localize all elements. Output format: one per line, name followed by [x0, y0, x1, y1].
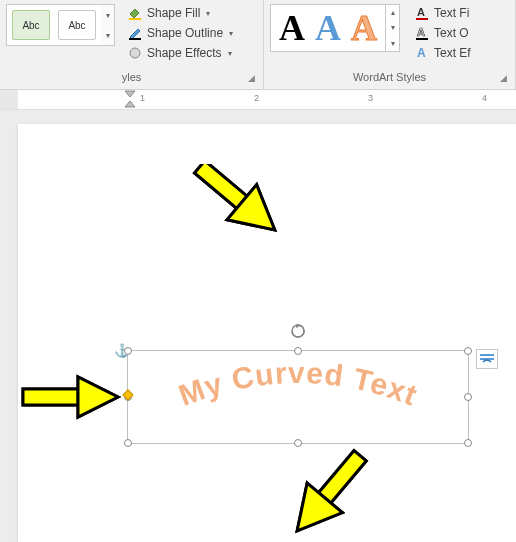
svg-rect-15 — [195, 164, 247, 208]
text-effects-button[interactable]: A Text Ef — [412, 44, 473, 62]
svg-rect-6 — [416, 38, 428, 40]
pencil-icon — [127, 25, 143, 41]
wordart-preset-3[interactable]: A — [349, 10, 379, 46]
layout-options-button[interactable] — [476, 349, 498, 369]
shape-sample-text: Abc — [22, 20, 39, 31]
text-outline-label: Text O — [434, 26, 469, 40]
resize-handle-bl[interactable] — [124, 439, 132, 447]
svg-rect-19 — [319, 451, 367, 503]
shape-style-preset-1[interactable]: Abc — [9, 7, 53, 43]
svg-text:A: A — [417, 46, 426, 60]
shape-styles-group: Abc Abc ▾▾ Shape Fill▾ Shape Outline▾ — [0, 0, 264, 89]
resize-handle-tl[interactable] — [124, 347, 132, 355]
ruler-number: 1 — [140, 93, 145, 103]
ruler-number: 4 — [482, 93, 487, 103]
text-fill-label: Text Fi — [434, 6, 469, 20]
ruler-number: 3 — [368, 93, 373, 103]
wordart-gallery-more[interactable]: ▴▾▾ — [385, 5, 399, 51]
shape-styles-group-label: yles ◢ — [6, 69, 257, 85]
tab-indent-marker[interactable] — [124, 89, 136, 111]
layout-options-icon — [479, 352, 495, 366]
text-effects-icon: A — [414, 45, 430, 61]
svg-marker-9 — [125, 101, 135, 107]
resize-handle-tm[interactable] — [294, 347, 302, 355]
resize-handle-tr[interactable] — [464, 347, 472, 355]
svg-text:A: A — [417, 6, 425, 18]
svg-rect-17 — [23, 389, 78, 405]
text-fill-button[interactable]: A Text Fi — [412, 4, 473, 22]
bucket-icon — [127, 5, 143, 21]
shape-effects-label: Shape Effects — [147, 46, 222, 60]
horizontal-ruler[interactable]: 1 2 3 4 — [0, 90, 516, 110]
shape-fill-button[interactable]: Shape Fill▾ — [125, 4, 235, 22]
svg-text:A: A — [417, 26, 425, 38]
annotation-arrow-3 — [268, 429, 388, 542]
svg-rect-1 — [129, 38, 141, 40]
wordart-styles-launcher-icon[interactable]: ◢ — [500, 73, 507, 83]
shape-outline-button[interactable]: Shape Outline▾ — [125, 24, 235, 42]
shape-effects-button[interactable]: Shape Effects▾ — [125, 44, 235, 62]
document-area: ⚓ My Curved Text — [0, 110, 516, 542]
ruler-number: 2 — [254, 93, 259, 103]
effects-icon — [127, 45, 143, 61]
page[interactable]: ⚓ My Curved Text — [18, 124, 516, 542]
text-fill-icon: A — [414, 5, 430, 21]
svg-text:My Curved Text: My Curved Text — [174, 356, 422, 412]
shape-styles-launcher-icon[interactable]: ◢ — [248, 73, 255, 83]
shape-outline-label: Shape Outline — [147, 26, 223, 40]
shape-sample-text: Abc — [68, 20, 85, 31]
wordart-preset-1[interactable]: A — [277, 10, 307, 46]
wordart-styles-group: A A A ▴▾▾ A Text Fi A Text O A Text Ef — [264, 0, 516, 89]
wordart-styles-group-label: WordArt Styles ◢ — [270, 69, 509, 85]
text-effects-label: Text Ef — [434, 46, 471, 60]
shape-style-preset-2[interactable]: Abc — [55, 7, 99, 43]
wordart-preset-2[interactable]: A — [313, 10, 343, 46]
resize-handle-mr[interactable] — [464, 393, 472, 401]
ribbon: Abc Abc ▾▾ Shape Fill▾ Shape Outline▾ — [0, 0, 516, 90]
text-outline-button[interactable]: A Text O — [412, 24, 473, 42]
text-outline-icon: A — [414, 25, 430, 41]
svg-marker-18 — [78, 377, 118, 417]
svg-rect-12 — [480, 354, 494, 356]
resize-handle-br[interactable] — [464, 439, 472, 447]
svg-marker-8 — [125, 91, 135, 97]
shape-styles-gallery-more[interactable]: ▾▾ — [101, 4, 115, 46]
svg-rect-4 — [416, 18, 428, 20]
curved-wordart-text[interactable]: My Curved Text — [138, 363, 458, 437]
svg-rect-0 — [129, 18, 141, 20]
annotation-arrow-2 — [18, 372, 128, 426]
annotation-arrow-1 — [178, 164, 298, 238]
shape-fill-label: Shape Fill — [147, 6, 200, 20]
rotate-handle[interactable] — [290, 323, 306, 339]
svg-point-2 — [130, 48, 140, 58]
